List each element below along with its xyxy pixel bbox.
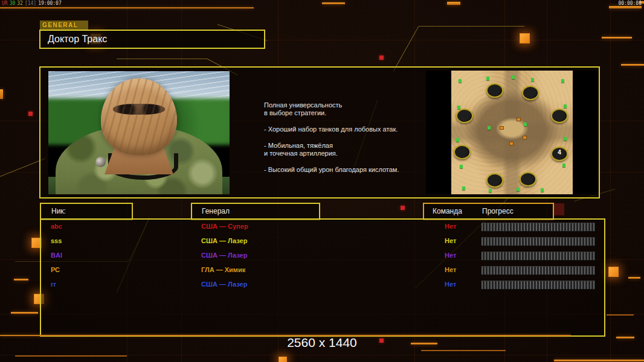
player-row: РС ГЛА — Химик Нет [0, 262, 644, 277]
map-marker [517, 188, 520, 191]
map-unit [509, 142, 514, 145]
header-nick-box: Ник: [40, 203, 133, 220]
map-marker [512, 75, 515, 79]
decor-dash [616, 337, 634, 338]
player-general: США — Супер [201, 219, 248, 233]
header-general: Генерал [202, 207, 230, 215]
map-marker [459, 79, 462, 83]
player-nick: BAI [51, 248, 62, 262]
header-team-progress-box: Команда Прогресс [423, 203, 554, 220]
map-preview: 4 [426, 71, 598, 194]
decor-dash [609, 6, 642, 8]
player-row: BAI США — Лазер Нет [0, 248, 644, 262]
player-row: гг США — Лазер Нет [0, 277, 644, 291]
progress-bar [481, 223, 595, 232]
player-team: Нет [445, 219, 456, 233]
start-position [454, 145, 471, 159]
player-row: abc США — Супер Нет [0, 219, 644, 233]
decor-red-square [401, 206, 405, 210]
decor-dash [602, 37, 632, 39]
decor-dash [11, 312, 38, 314]
decor-square [279, 357, 287, 362]
map-marker [489, 189, 492, 192]
description-line: - Хороший набор танков для лобовых атак. [264, 125, 415, 133]
map-unit [517, 118, 521, 121]
header-nick: Ник: [51, 207, 66, 215]
decor-dash [421, 350, 506, 351]
debug-part: 32 [17, 1, 23, 6]
description-line: Полная универсальность [264, 101, 415, 109]
decor-dash [554, 360, 644, 361]
general-name-box: Доктор Тракс [39, 30, 265, 49]
player-nick: sss [51, 233, 62, 248]
decor-line [117, 59, 207, 59]
description-line: в выборе стратегии. [264, 109, 415, 117]
portrait-headset [95, 157, 106, 167]
start-position [486, 83, 503, 98]
player-team: Нет [445, 233, 456, 248]
map-marker [460, 165, 463, 168]
header-general-box: Генерал [191, 203, 320, 220]
map-marker [564, 104, 567, 108]
map-marker [531, 78, 534, 81]
header-team: Команда [433, 207, 462, 215]
decor-red-square [379, 56, 384, 60]
player-team: Нет [445, 277, 456, 291]
decor-square [520, 33, 530, 43]
player-general: США — Лазер [201, 233, 247, 248]
map-marker [486, 77, 489, 80]
map-marker [457, 106, 460, 109]
progress-bar [481, 252, 595, 261]
start-position [456, 109, 473, 123]
player-row: sss США — Лазер Нет [0, 233, 644, 248]
map-marker [541, 188, 544, 192]
resolution-label: 2560 x 1440 [262, 335, 382, 350]
general-name: Доктор Тракс [48, 34, 107, 45]
map-marker [488, 126, 491, 130]
start-position-number: 4 [552, 149, 567, 156]
player-nick: abc [51, 219, 62, 233]
description-line: и точечная артиллерия. [264, 150, 415, 157]
general-description: Полная универсальность в выборе стратеги… [264, 101, 415, 174]
progress-bar [481, 266, 595, 275]
debug-part: UR [2, 1, 8, 6]
debug-part: 30 [10, 1, 16, 6]
decor-dash [621, 64, 644, 66]
player-general: США — Лазер [201, 277, 247, 291]
progress-bar [481, 281, 595, 290]
decor-dash [411, 343, 437, 345]
decor-dash [607, 314, 634, 316]
description-line: - Высокий общий урон благодаря кислотам. [264, 166, 415, 174]
map-marker [564, 137, 567, 141]
portrait-headwrap [101, 78, 177, 154]
player-general: США — Лазер [201, 248, 247, 262]
start-position [551, 109, 568, 123]
decor-dash [322, 2, 345, 4]
grid-line [610, 0, 611, 362]
debug-part: 19:00:07 [38, 1, 62, 6]
player-team: Нет [445, 262, 456, 277]
game-clock: 00:00:00 [618, 1, 642, 6]
map-marker [462, 186, 465, 190]
map-unit [500, 126, 504, 130]
map-unit [523, 136, 527, 139]
start-position [486, 173, 503, 188]
decor-line [419, 26, 524, 27]
decor-topline [0, 7, 254, 8]
map-marker [562, 164, 565, 167]
progress-bar [481, 237, 595, 246]
portrait-eyes [113, 104, 165, 115]
description-line: - Мобильная, тяжёлая [264, 142, 415, 150]
map-marker [524, 122, 527, 126]
player-general: ГЛА — Химик [201, 262, 245, 277]
map-marker [561, 79, 564, 83]
header-progress: Прогресс [482, 207, 514, 215]
tab-general[interactable]: GENERAL [40, 21, 88, 30]
start-position [522, 86, 539, 100]
player-nick: РС [51, 262, 60, 277]
map-image: 4 [451, 71, 573, 194]
start-position-4: 4 [551, 147, 568, 161]
player-nick: гг [51, 277, 56, 291]
general-portrait [48, 71, 230, 194]
decor-block [553, 203, 564, 215]
